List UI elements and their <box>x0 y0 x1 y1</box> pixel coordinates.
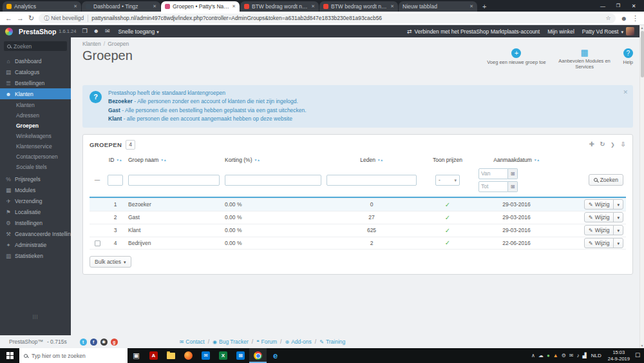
sidebar-item-catalogus[interactable]: Catalogus <box>0 66 71 77</box>
row-checkbox[interactable] <box>95 240 100 246</box>
tab-close-icon[interactable] <box>469 4 473 9</box>
footer-link-bug-tracker[interactable]: Bug Tracker <box>213 338 249 345</box>
submenu-item-winkelwagens[interactable]: Winkelwagens <box>0 131 71 141</box>
column-header-aanmaakdatum[interactable]: Aanmaakdatum <box>476 155 557 165</box>
sidebar-search[interactable] <box>4 41 67 51</box>
column-header-leden[interactable]: Leden <box>324 155 419 165</box>
filter-show-prices-select[interactable]: - <box>435 175 460 186</box>
tab-close-icon[interactable] <box>153 4 156 9</box>
facebook-icon[interactable] <box>90 338 97 346</box>
submenu-item-sociale-titels[interactable]: Sociale titels <box>0 162 71 172</box>
url-box[interactable]: Niet beveiligd pattysnailsshop.nl/admin4… <box>39 14 616 23</box>
edit-button[interactable]: Wijzig <box>584 238 623 248</box>
footer-link-forum[interactable]: Forum <box>256 338 277 345</box>
googleplus-icon[interactable] <box>111 338 118 346</box>
tab-close-icon[interactable] <box>311 4 315 9</box>
tray-icon-status-green[interactable]: ● <box>547 353 550 358</box>
marketplace-link[interactable]: Verbinden met het PrestaShop Marktplaats… <box>407 28 540 35</box>
select-all-control[interactable]: — <box>90 177 105 183</box>
my-shop-link[interactable]: Mijn winkel <box>547 28 574 35</box>
profile-icon[interactable] <box>620 15 627 22</box>
menu-dots-icon[interactable] <box>632 15 639 22</box>
scrollbar-thumb[interactable] <box>641 31 644 77</box>
taskbar-app-chrome[interactable] <box>249 348 267 363</box>
clock[interactable]: 15:03 24-9-2019 <box>606 349 632 362</box>
panel-export-icon[interactable] <box>620 141 626 148</box>
taskbar-app-excel[interactable]: X <box>214 348 232 363</box>
user-menu[interactable]: Patty Vd Roest <box>582 27 634 35</box>
table-row[interactable]: 2 Gast 0.00 % 27 29-03-2016 Wijzig <box>90 211 626 224</box>
scrollbar[interactable] <box>639 25 644 348</box>
minimize-icon[interactable] <box>595 0 611 12</box>
brand-name[interactable]: PrestaShop <box>19 28 56 35</box>
browser-tab[interactable]: Nieuw tabblad <box>399 1 477 12</box>
tray-icon-status-orange[interactable]: ▲ <box>553 353 558 358</box>
back-icon[interactable] <box>5 15 12 22</box>
footer-link-training[interactable]: Training <box>319 338 345 345</box>
tray-icon-network[interactable]: ▟ <box>583 353 587 358</box>
submenu-item-adressen[interactable]: Adressen <box>0 110 71 121</box>
filter-name-input[interactable] <box>128 175 220 186</box>
sort-icon[interactable] <box>534 158 540 162</box>
tray-icon-settings[interactable]: ⚙ <box>562 353 566 358</box>
filter-date-from-input[interactable] <box>478 168 508 179</box>
column-header-toon-prijzen[interactable]: Toon prijzen <box>419 155 476 165</box>
new-tab-icon[interactable] <box>478 3 491 12</box>
taskbar-search[interactable]: Typ hier om te zoeken <box>19 348 128 363</box>
calendar-icon[interactable] <box>508 181 518 192</box>
twitter-icon[interactable] <box>80 338 87 346</box>
scroll-down-icon[interactable] <box>640 343 644 348</box>
submenu-item-groepen[interactable]: Groepen <box>0 121 71 131</box>
messages-notification-icon[interactable] <box>105 28 110 34</box>
sidebar-item-bestellingen[interactable]: Bestellingen <box>0 77 71 88</box>
edit-dropdown-caret[interactable] <box>613 226 623 235</box>
taskbar-app-edge[interactable]: e <box>267 348 284 363</box>
tray-icon-onedrive[interactable]: ☁ <box>538 353 544 358</box>
browser-tab-active[interactable]: Groepen • Patty's Nails Shop <box>161 1 240 12</box>
recommended-modules-button[interactable]: Aanbevolen Modules en Services <box>555 48 614 70</box>
breadcrumb-klanten[interactable]: Klanten <box>82 41 101 47</box>
column-header-naam[interactable]: Groep naam <box>126 155 222 165</box>
edit-button[interactable]: Wijzig <box>584 225 623 235</box>
edit-dropdown-caret[interactable] <box>613 213 623 222</box>
panel-add-icon[interactable] <box>589 141 595 148</box>
filter-members-input[interactable] <box>327 175 417 186</box>
edit-button[interactable]: Wijzig <box>584 212 623 222</box>
forward-icon[interactable] <box>17 15 24 22</box>
tab-close-icon[interactable] <box>232 4 236 9</box>
footer-link-contact[interactable]: Contact <box>180 338 205 345</box>
scroll-up-icon[interactable] <box>640 25 644 30</box>
footer-link-addons[interactable]: Add-ons <box>285 338 311 345</box>
filter-discount-input[interactable] <box>225 175 321 186</box>
taskbar-app-explorer[interactable] <box>162 348 180 363</box>
info-icon[interactable] <box>44 15 49 22</box>
sidebar-item-instellingen[interactable]: Instellingen <box>0 217 71 228</box>
taskbar-app-firefox[interactable] <box>180 348 197 363</box>
browser-tab[interactable]: BTW bedrag wordt niet meer we <box>240 1 319 12</box>
sidebar-item-localisatie[interactable]: Localisatie <box>0 206 71 217</box>
edit-button[interactable]: Wijzig <box>584 199 623 210</box>
sidebar-item-prijsregels[interactable]: Prijsregels <box>0 173 71 184</box>
tab-close-icon[interactable] <box>390 4 394 9</box>
sidebar-item-statistieken[interactable]: Statistieken <box>0 250 71 261</box>
sidebar-item-modules[interactable]: Modules <box>0 184 71 195</box>
taskbar-app-mail[interactable]: ✉ <box>197 348 214 363</box>
tray-icon-volume[interactable]: ♪ <box>577 353 580 358</box>
footer-brand[interactable]: PrestaShop™ <box>9 338 43 345</box>
browser-tab[interactable]: Analytics <box>3 1 81 12</box>
sidebar-item-klanten[interactable]: Klanten <box>0 88 71 99</box>
orders-notification-icon[interactable] <box>82 28 87 34</box>
submenu-item-klantenservice[interactable]: Klantenservice <box>0 141 71 152</box>
quick-access-dropdown[interactable]: Snelle toegang <box>118 28 159 35</box>
filter-date-to-input[interactable] <box>478 181 508 192</box>
sidebar-item-verzending[interactable]: Verzending <box>0 195 71 206</box>
column-header-korting[interactable]: Korting (%) <box>222 155 324 165</box>
table-row[interactable]: 1 Bezoeker 0.00 % 0 29-03-2016 Wijzig <box>90 198 626 211</box>
language-indicator[interactable]: NLD <box>590 353 603 358</box>
panel-sql-icon[interactable] <box>611 141 615 148</box>
breadcrumb-groepen[interactable]: Groepen <box>108 41 129 47</box>
sort-icon[interactable] <box>160 158 166 162</box>
help-button[interactable]: Help <box>623 48 633 66</box>
panel-refresh-icon[interactable] <box>600 141 605 148</box>
browser-tab[interactable]: Dashboard • Tingz <box>82 1 160 12</box>
